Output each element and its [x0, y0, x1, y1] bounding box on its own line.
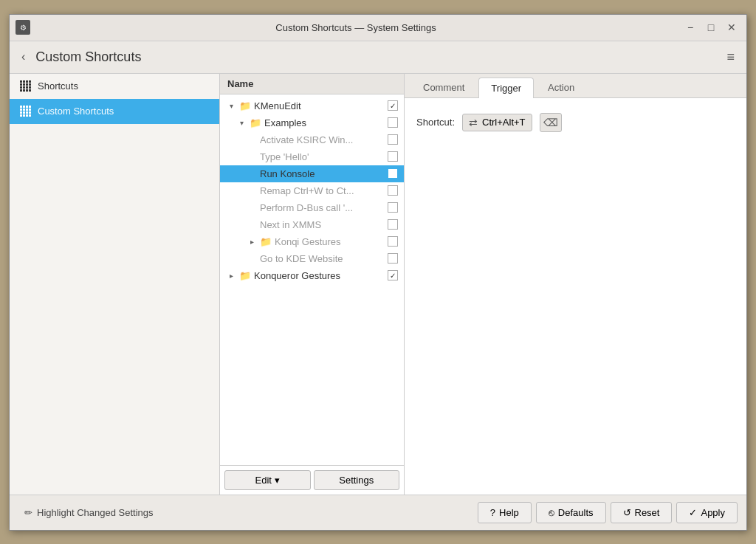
item-checkbox[interactable]	[388, 134, 398, 145]
edit-button[interactable]: Edit ▾	[224, 470, 311, 490]
item-checkbox[interactable]	[388, 253, 398, 264]
edit-dropdown-icon: ▾	[275, 475, 280, 486]
sidebar-item-shortcuts[interactable]: Shortcuts	[10, 74, 219, 99]
highlight-icon: ✏	[24, 507, 32, 518]
sidebar-item-custom-shortcuts[interactable]: Custom Shortcuts	[10, 99, 219, 124]
item-label: Konqueror Gestures	[254, 270, 385, 281]
tree-item-next-in-xmms[interactable]: ▸ Next in XMMS	[220, 216, 404, 233]
sidebar-item-custom-shortcuts-label: Custom Shortcuts	[38, 106, 114, 117]
clear-shortcut-button[interactable]: ⌫	[540, 113, 562, 132]
item-checkbox[interactable]: ✓	[388, 270, 398, 280]
highlight-changed-button[interactable]: ✏ Highlight Changed Settings	[18, 504, 159, 521]
expand-icon: ▾	[226, 100, 236, 111]
tree-item-examples[interactable]: ▾ 📁 Examples	[220, 114, 404, 131]
edit-label: Edit	[255, 475, 272, 486]
item-label: KMenuEdit	[254, 100, 385, 111]
shortcut-row: Shortcut: ⇄ Ctrl+Alt+T ⌫	[416, 113, 735, 132]
tree-item-go-to-kde[interactable]: ▸ Go to KDE Website	[220, 250, 404, 267]
tree-content: ▾ 📁 KMenuEdit ✓ ▾ 📁 Examples ▸	[220, 94, 404, 465]
reset-icon: ↺	[623, 507, 631, 518]
tree-item-activate-ksirc[interactable]: ▸ Activate KSIRC Win...	[220, 131, 404, 148]
item-checkbox[interactable]	[388, 117, 398, 128]
tree-panel: Name ▾ 📁 KMenuEdit ✓ ▾ 📁 Examples	[220, 74, 405, 495]
item-label: Go to KDE Website	[260, 253, 385, 264]
tree-item-konqueror-gestures[interactable]: ▸ 📁 Konqueror Gestures ✓	[220, 267, 404, 284]
maximize-button[interactable]: □	[702, 18, 720, 36]
help-icon: ?	[490, 507, 495, 518]
item-checkbox[interactable]	[388, 151, 398, 162]
main-content: Shortcuts Custom Shortcuts Name	[10, 74, 746, 495]
tree-item-perform-dbus[interactable]: ▸ Perform D-Bus call '...	[220, 199, 404, 216]
item-checkbox[interactable]	[388, 168, 398, 179]
item-checkbox[interactable]: ✓	[388, 100, 398, 111]
help-button[interactable]: ? Help	[478, 502, 532, 523]
tabs-bar: Comment Trigger Action	[405, 74, 746, 98]
back-button[interactable]: ‹	[18, 47, 28, 66]
item-label: Type 'Hello'	[260, 151, 385, 162]
shortcut-badge[interactable]: ⇄ Ctrl+Alt+T	[462, 114, 532, 131]
tree-item-type-hello[interactable]: ▸ Type 'Hello'	[220, 148, 404, 165]
item-label: Run Konsole	[260, 168, 385, 179]
tab-trigger[interactable]: Trigger	[478, 78, 534, 98]
folder-icon: 📁	[239, 100, 251, 111]
item-checkbox[interactable]	[388, 185, 398, 196]
item-label: Next in XMMS	[260, 219, 385, 230]
app-icon: ⚙	[16, 20, 30, 35]
right-panel: Name ▾ 📁 KMenuEdit ✓ ▾ 📁 Examples	[220, 74, 746, 495]
titlebar: ⚙ Custom Shortcuts — System Settings − □…	[10, 15, 746, 41]
tab-action[interactable]: Action	[535, 77, 587, 97]
sidebar: Shortcuts Custom Shortcuts	[10, 74, 220, 495]
folder-icon: 📁	[260, 236, 272, 247]
apply-label: Apply	[701, 507, 725, 518]
minimize-button[interactable]: −	[681, 18, 699, 36]
settings-button[interactable]: Settings	[314, 470, 400, 490]
item-checkbox[interactable]	[388, 202, 398, 213]
apply-icon: ✓	[689, 507, 697, 518]
titlebar-title: Custom Shortcuts — System Settings	[30, 22, 681, 33]
close-button[interactable]: ✕	[723, 18, 740, 36]
tree-item-konqi-gestures[interactable]: ▸ 📁 Konqi Gestures	[220, 233, 404, 250]
detail-panel: Comment Trigger Action Shortcut: ⇄ Ctrl	[405, 74, 746, 495]
expand-icon: ▾	[236, 117, 247, 128]
highlight-label: Highlight Changed Settings	[37, 507, 154, 518]
main-window: ⚙ Custom Shortcuts — System Settings − □…	[9, 14, 747, 531]
folder-icon: 📁	[250, 117, 261, 128]
defaults-button[interactable]: ⎋ Defaults	[536, 502, 606, 523]
defaults-label: Defaults	[558, 507, 594, 518]
shortcuts-icon	[18, 80, 32, 93]
help-label: Help	[499, 507, 519, 518]
folder-icon: 📁	[239, 270, 251, 281]
tree-footer: Edit ▾ Settings	[220, 465, 404, 495]
settings-label: Settings	[339, 475, 374, 486]
item-label: Remap Ctrl+W to Ct...	[260, 185, 385, 196]
reset-button[interactable]: ↺ Reset	[611, 502, 673, 523]
reset-label: Reset	[635, 507, 660, 518]
tree-header: Name	[220, 74, 404, 94]
page-title: Custom Shortcuts	[35, 49, 141, 65]
custom-shortcuts-icon	[18, 105, 32, 118]
expand-icon: ▸	[226, 270, 236, 280]
bottom-actions: ? Help ⎋ Defaults ↺ Reset ✓ Apply	[478, 502, 738, 523]
defaults-icon: ⎋	[549, 507, 554, 518]
item-label: Konqi Gestures	[275, 236, 385, 247]
tab-comment[interactable]: Comment	[410, 77, 477, 97]
titlebar-controls: − □ ✕	[681, 18, 740, 36]
apply-button[interactable]: ✓ Apply	[676, 502, 738, 523]
hamburger-button[interactable]: ≡	[724, 47, 738, 68]
item-label: Perform D-Bus call '...	[260, 202, 385, 213]
tab-content: Shortcut: ⇄ Ctrl+Alt+T ⌫	[405, 98, 746, 495]
item-checkbox[interactable]	[388, 236, 398, 247]
shortcut-label: Shortcut:	[416, 117, 455, 128]
arrows-icon: ⇄	[469, 117, 478, 128]
item-label: Activate KSIRC Win...	[260, 134, 385, 145]
item-label: Examples	[264, 117, 385, 128]
expand-icon: ▸	[247, 236, 257, 247]
item-checkbox[interactable]	[388, 219, 398, 230]
sidebar-item-shortcuts-label: Shortcuts	[38, 80, 78, 92]
tree-item-run-konsole[interactable]: ▸ Run Konsole	[220, 165, 404, 182]
header-bar: ‹ Custom Shortcuts ≡	[10, 41, 746, 74]
tree-item-remap-ctrl[interactable]: ▸ Remap Ctrl+W to Ct...	[220, 182, 404, 199]
clear-icon: ⌫	[543, 117, 558, 128]
tree-item-kmenueditor[interactable]: ▾ 📁 KMenuEdit ✓	[220, 97, 404, 114]
bottom-bar: ✏ Highlight Changed Settings ? Help ⎋ De…	[10, 495, 746, 530]
